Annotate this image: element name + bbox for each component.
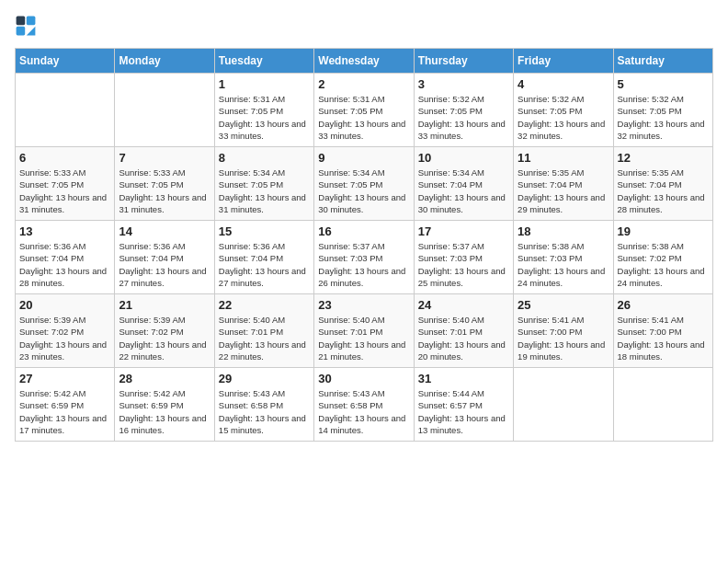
- calendar-cell: 30Sunrise: 5:43 AM Sunset: 6:58 PM Dayli…: [314, 368, 414, 442]
- day-info: Sunrise: 5:34 AM Sunset: 7:05 PM Dayligh…: [219, 167, 310, 215]
- day-number: 30: [318, 372, 409, 385]
- header-day-thursday: Thursday: [414, 49, 513, 74]
- day-number: 1: [219, 77, 310, 91]
- calendar-cell: 25Sunrise: 5:41 AM Sunset: 7:00 PM Dayli…: [514, 294, 613, 368]
- day-info: Sunrise: 5:33 AM Sunset: 7:05 PM Dayligh…: [19, 167, 110, 215]
- header-day-saturday: Saturday: [613, 49, 712, 74]
- day-number: 7: [119, 151, 210, 165]
- day-info: Sunrise: 5:37 AM Sunset: 7:03 PM Dayligh…: [418, 240, 509, 289]
- day-info: Sunrise: 5:32 AM Sunset: 7:05 PM Dayligh…: [418, 93, 509, 142]
- calendar-cell: 19Sunrise: 5:38 AM Sunset: 7:02 PM Dayli…: [613, 221, 712, 294]
- day-number: 20: [19, 298, 110, 312]
- calendar-header: SundayMondayTuesdayWednesdayThursdayFrid…: [16, 49, 713, 74]
- day-number: 28: [119, 372, 210, 385]
- day-number: 13: [19, 224, 110, 238]
- day-info: Sunrise: 5:41 AM Sunset: 7:00 PM Dayligh…: [618, 314, 709, 362]
- day-info: Sunrise: 5:40 AM Sunset: 7:01 PM Dayligh…: [318, 314, 409, 362]
- calendar-cell: 5Sunrise: 5:32 AM Sunset: 7:05 PM Daylig…: [613, 74, 712, 147]
- header-row: SundayMondayTuesdayWednesdayThursdayFrid…: [16, 49, 713, 74]
- svg-rect-2: [17, 27, 26, 36]
- week-row-1: 1Sunrise: 5:31 AM Sunset: 7:05 PM Daylig…: [16, 74, 713, 147]
- logo: [15, 15, 40, 37]
- calendar-cell: 20Sunrise: 5:39 AM Sunset: 7:02 PM Dayli…: [16, 294, 115, 368]
- day-info: Sunrise: 5:38 AM Sunset: 7:02 PM Dayligh…: [618, 240, 709, 289]
- calendar-cell: 27Sunrise: 5:42 AM Sunset: 6:59 PM Dayli…: [16, 368, 115, 442]
- calendar-cell: 8Sunrise: 5:34 AM Sunset: 7:05 PM Daylig…: [214, 147, 313, 221]
- calendar-cell: 24Sunrise: 5:40 AM Sunset: 7:01 PM Dayli…: [414, 294, 513, 368]
- day-info: Sunrise: 5:43 AM Sunset: 6:58 PM Dayligh…: [318, 387, 409, 436]
- day-number: 5: [618, 77, 709, 91]
- day-info: Sunrise: 5:42 AM Sunset: 6:59 PM Dayligh…: [119, 387, 210, 436]
- day-number: 16: [318, 224, 409, 238]
- svg-rect-0: [17, 17, 26, 26]
- day-number: 24: [418, 298, 509, 312]
- day-info: Sunrise: 5:36 AM Sunset: 7:04 PM Dayligh…: [219, 240, 310, 289]
- calendar-cell: 13Sunrise: 5:36 AM Sunset: 7:04 PM Dayli…: [16, 221, 115, 294]
- calendar-cell: 7Sunrise: 5:33 AM Sunset: 7:05 PM Daylig…: [115, 147, 214, 221]
- day-number: 3: [418, 77, 509, 91]
- day-number: 29: [219, 372, 310, 385]
- day-info: Sunrise: 5:36 AM Sunset: 7:04 PM Dayligh…: [119, 240, 210, 289]
- calendar-cell: 6Sunrise: 5:33 AM Sunset: 7:05 PM Daylig…: [16, 147, 115, 221]
- header-day-friday: Friday: [514, 49, 613, 74]
- logo-icon: [15, 15, 37, 37]
- day-info: Sunrise: 5:43 AM Sunset: 6:58 PM Dayligh…: [219, 387, 310, 436]
- week-row-5: 27Sunrise: 5:42 AM Sunset: 6:59 PM Dayli…: [16, 368, 713, 442]
- day-info: Sunrise: 5:36 AM Sunset: 7:04 PM Dayligh…: [19, 240, 110, 289]
- day-info: Sunrise: 5:42 AM Sunset: 6:59 PM Dayligh…: [19, 387, 110, 436]
- calendar-cell: 26Sunrise: 5:41 AM Sunset: 7:00 PM Dayli…: [613, 294, 712, 368]
- header-day-monday: Monday: [115, 49, 214, 74]
- calendar-cell: 16Sunrise: 5:37 AM Sunset: 7:03 PM Dayli…: [314, 221, 414, 294]
- day-number: 19: [618, 224, 709, 238]
- day-number: 11: [518, 151, 609, 165]
- day-info: Sunrise: 5:32 AM Sunset: 7:05 PM Dayligh…: [518, 93, 609, 142]
- calendar-cell: 28Sunrise: 5:42 AM Sunset: 6:59 PM Dayli…: [115, 368, 214, 442]
- calendar-cell: 2Sunrise: 5:31 AM Sunset: 7:05 PM Daylig…: [314, 74, 414, 147]
- calendar-cell: 14Sunrise: 5:36 AM Sunset: 7:04 PM Dayli…: [115, 221, 214, 294]
- day-info: Sunrise: 5:40 AM Sunset: 7:01 PM Dayligh…: [219, 314, 310, 362]
- week-row-2: 6Sunrise: 5:33 AM Sunset: 7:05 PM Daylig…: [16, 147, 713, 221]
- calendar-cell: [613, 368, 712, 442]
- day-number: 4: [518, 77, 609, 91]
- day-info: Sunrise: 5:35 AM Sunset: 7:04 PM Dayligh…: [618, 167, 709, 215]
- calendar-cell: [514, 368, 613, 442]
- day-info: Sunrise: 5:39 AM Sunset: 7:02 PM Dayligh…: [119, 314, 210, 362]
- svg-rect-1: [27, 17, 36, 26]
- page-header: [15, 15, 713, 37]
- calendar-cell: 17Sunrise: 5:37 AM Sunset: 7:03 PM Dayli…: [414, 221, 513, 294]
- day-info: Sunrise: 5:38 AM Sunset: 7:03 PM Dayligh…: [518, 240, 609, 289]
- day-info: Sunrise: 5:33 AM Sunset: 7:05 PM Dayligh…: [119, 167, 210, 215]
- day-number: 14: [119, 224, 210, 238]
- calendar-table: SundayMondayTuesdayWednesdayThursdayFrid…: [15, 48, 713, 442]
- day-number: 17: [418, 224, 509, 238]
- day-info: Sunrise: 5:44 AM Sunset: 6:57 PM Dayligh…: [418, 387, 509, 436]
- day-number: 18: [518, 224, 609, 238]
- week-row-3: 13Sunrise: 5:36 AM Sunset: 7:04 PM Dayli…: [16, 221, 713, 294]
- day-number: 12: [618, 151, 709, 165]
- calendar-cell: [115, 74, 214, 147]
- calendar-cell: 29Sunrise: 5:43 AM Sunset: 6:58 PM Dayli…: [214, 368, 313, 442]
- calendar-cell: 23Sunrise: 5:40 AM Sunset: 7:01 PM Dayli…: [314, 294, 414, 368]
- calendar-cell: 4Sunrise: 5:32 AM Sunset: 7:05 PM Daylig…: [514, 74, 613, 147]
- calendar-cell: 1Sunrise: 5:31 AM Sunset: 7:05 PM Daylig…: [214, 74, 313, 147]
- day-number: 23: [318, 298, 409, 312]
- day-info: Sunrise: 5:34 AM Sunset: 7:04 PM Dayligh…: [418, 167, 509, 215]
- day-number: 26: [618, 298, 709, 312]
- day-number: 22: [219, 298, 310, 312]
- calendar-cell: 18Sunrise: 5:38 AM Sunset: 7:03 PM Dayli…: [514, 221, 613, 294]
- calendar-body: 1Sunrise: 5:31 AM Sunset: 7:05 PM Daylig…: [16, 74, 713, 442]
- header-day-sunday: Sunday: [16, 49, 115, 74]
- calendar-cell: 10Sunrise: 5:34 AM Sunset: 7:04 PM Dayli…: [414, 147, 513, 221]
- day-info: Sunrise: 5:35 AM Sunset: 7:04 PM Dayligh…: [518, 167, 609, 215]
- day-info: Sunrise: 5:34 AM Sunset: 7:05 PM Dayligh…: [318, 167, 409, 215]
- day-number: 31: [418, 372, 509, 385]
- calendar-cell: 11Sunrise: 5:35 AM Sunset: 7:04 PM Dayli…: [514, 147, 613, 221]
- day-number: 2: [318, 77, 409, 91]
- day-number: 10: [418, 151, 509, 165]
- calendar-cell: 31Sunrise: 5:44 AM Sunset: 6:57 PM Dayli…: [414, 368, 513, 442]
- week-row-4: 20Sunrise: 5:39 AM Sunset: 7:02 PM Dayli…: [16, 294, 713, 368]
- day-number: 27: [19, 372, 110, 385]
- svg-marker-3: [27, 27, 36, 36]
- day-number: 8: [219, 151, 310, 165]
- calendar-cell: 22Sunrise: 5:40 AM Sunset: 7:01 PM Dayli…: [214, 294, 313, 368]
